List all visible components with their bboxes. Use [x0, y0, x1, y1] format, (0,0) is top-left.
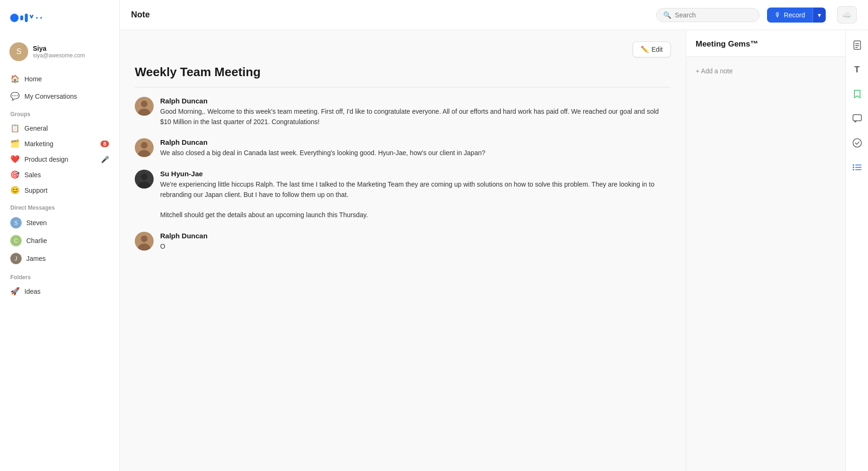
groups-section-title: Groups — [0, 104, 119, 120]
message-text: We're experiencing little hiccups Ralph.… — [160, 180, 671, 220]
message-sender: Ralph Duncan — [160, 97, 671, 105]
sidebar-item-label: Home — [24, 75, 42, 83]
record-btn-group: 🎙 Record ▾ — [767, 8, 826, 23]
search-bar[interactable]: 🔍 — [656, 8, 760, 22]
svg-point-4 — [40, 17, 42, 19]
sidebar-item-conversations[interactable]: 💬 My Conversations — [5, 88, 115, 104]
sidebar-item-label: My Conversations — [24, 93, 77, 100]
avatar — [135, 97, 154, 116]
group-label: Sales — [24, 171, 41, 179]
chat-icon[interactable] — [850, 111, 865, 126]
list-icon[interactable] — [850, 160, 865, 175]
steven-avatar: S — [10, 217, 22, 228]
sidebar-item-sales[interactable]: 🎯 Sales — [5, 167, 115, 182]
gems-content: + Add a note — [686, 57, 845, 471]
user-email: siya@awesome.com — [33, 52, 85, 59]
svg-point-6 — [141, 101, 147, 107]
general-icon: 📋 — [10, 124, 20, 133]
group-label: Product design — [24, 156, 68, 163]
svg-point-22 — [853, 139, 861, 147]
message-sender: Su Hyun-Jae — [160, 170, 671, 178]
table-row: Su Hyun-Jae We're experiencing little hi… — [135, 170, 671, 220]
svg-point-26 — [852, 165, 854, 166]
marketing-icon: 🗂️ — [10, 139, 20, 148]
product-design-icon: ❤️ — [10, 155, 20, 164]
page-title: Note — [131, 10, 150, 20]
user-name: Siya — [33, 45, 85, 52]
sidebar: S Siya siya@awesome.com 🏠 Home 💬 My Conv… — [0, 0, 120, 471]
record-label: Record — [784, 11, 805, 19]
sidebar-item-charlie[interactable]: C Charlie — [5, 232, 115, 250]
avatar — [135, 138, 154, 157]
edit-label: Edit — [651, 46, 663, 53]
dm-label: Steven — [26, 219, 47, 227]
gems-panel: Meeting Gems™ + Add a note — [686, 30, 845, 471]
charlie-avatar: C — [10, 235, 22, 246]
meeting-title: Weekly Team Meeting — [135, 65, 671, 87]
ideas-icon: 🚀 — [10, 287, 20, 296]
logo — [0, 9, 119, 38]
sidebar-item-james[interactable]: J James — [5, 250, 115, 267]
conversations-icon: 💬 — [10, 92, 20, 101]
sidebar-item-marketing[interactable]: 🗂️ Marketing 8 — [5, 136, 115, 151]
note-panel: ✏️ Edit Weekly Team Meeting — [120, 30, 686, 471]
sidebar-item-general[interactable]: 📋 General — [5, 120, 115, 136]
dm-section-title: Direct Messages — [0, 198, 119, 214]
record-chevron-button[interactable]: ▾ — [813, 8, 826, 23]
message-sender: Ralph Duncan — [160, 232, 671, 240]
svg-point-0 — [10, 14, 19, 22]
svg-rect-2 — [25, 14, 28, 22]
group-label: General — [24, 125, 48, 132]
sidebar-item-product-design[interactable]: ❤️ Product design 🎤 — [5, 151, 115, 167]
sidebar-item-steven[interactable]: S Steven — [5, 214, 115, 232]
group-label: Support — [24, 187, 47, 194]
svg-rect-1 — [20, 16, 23, 21]
message-text: O — [160, 242, 671, 252]
avatar — [135, 232, 154, 251]
main-container: Note 🔍 🎙 Record ▾ ☁️ ✏️ Edit Weekly Team — [120, 0, 868, 471]
table-row: Ralph Duncan We also closed a big deal i… — [135, 138, 671, 158]
james-avatar: J — [10, 253, 22, 264]
svg-point-28 — [852, 169, 854, 171]
search-icon: 🔍 — [663, 11, 671, 19]
avatar: S — [9, 42, 28, 61]
svg-point-27 — [852, 167, 854, 168]
content-area: ✏️ Edit Weekly Team Meeting — [120, 30, 868, 471]
topbar: Note 🔍 🎙 Record ▾ ☁️ — [120, 0, 868, 30]
message-text: Good Morning,. Welcome to this week's te… — [160, 107, 671, 127]
svg-point-9 — [141, 142, 147, 149]
gems-header: Meeting Gems™ — [686, 30, 845, 57]
svg-point-15 — [141, 236, 147, 242]
dm-label: Charlie — [26, 237, 47, 244]
message-sender: Ralph Duncan — [160, 138, 671, 146]
text-icon[interactable]: T — [850, 62, 865, 77]
user-profile[interactable]: S Siya siya@awesome.com — [0, 38, 119, 71]
sidebar-item-ideas[interactable]: 🚀 Ideas — [5, 283, 115, 299]
mic-icon: 🎤 — [101, 156, 109, 163]
add-note-label: + Add a note — [696, 67, 733, 75]
bookmark-icon[interactable] — [850, 86, 865, 102]
main-nav: 🏠 Home 💬 My Conversations — [0, 71, 119, 104]
search-input[interactable] — [675, 11, 752, 19]
right-toolbar: T — [845, 30, 868, 471]
svg-point-3 — [36, 17, 38, 19]
document-icon[interactable] — [850, 38, 865, 53]
svg-rect-21 — [853, 115, 861, 121]
gems-title: Meeting Gems™ — [696, 39, 758, 48]
record-button[interactable]: 🎙 Record — [767, 8, 813, 23]
support-icon: 😊 — [10, 186, 20, 195]
sales-icon: 🎯 — [10, 170, 20, 179]
folders-section-title: Folders — [0, 267, 119, 283]
check-icon[interactable] — [850, 135, 865, 150]
sidebar-item-support[interactable]: 😊 Support — [5, 182, 115, 198]
sidebar-item-home[interactable]: 🏠 Home — [5, 71, 115, 87]
upload-button[interactable]: ☁️ — [837, 6, 857, 24]
edit-button[interactable]: ✏️ Edit — [633, 41, 671, 57]
add-note-button[interactable]: + Add a note — [696, 64, 836, 78]
home-icon: 🏠 — [10, 74, 20, 83]
folder-label: Ideas — [24, 288, 40, 295]
marketing-badge: 8 — [101, 141, 109, 147]
group-label: Marketing — [24, 140, 53, 148]
table-row: Ralph Duncan Good Morning,. Welcome to t… — [135, 97, 671, 127]
table-row: Ralph Duncan O — [135, 232, 671, 252]
